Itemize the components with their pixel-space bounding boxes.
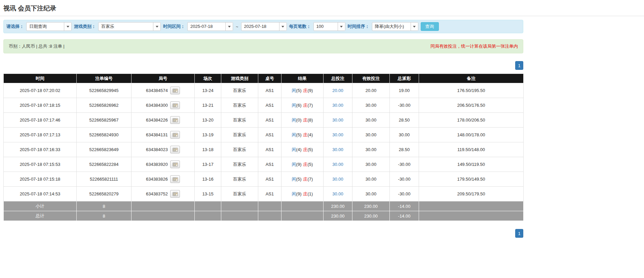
cell-note: 209.50/179.50 — [419, 187, 524, 201]
cell-valid-bet: 30.00 — [352, 157, 390, 172]
chevron-down-icon[interactable] — [153, 22, 160, 31]
result-banker-score: (1) — [308, 191, 313, 196]
subtotal-valid-bet: 230.00 — [352, 201, 390, 211]
cell-payout: -30.00 — [390, 187, 419, 201]
result-player-score: (5) — [296, 88, 302, 93]
total-bet-link[interactable]: 30.00 — [332, 147, 343, 152]
result-player: 闲 — [292, 118, 296, 123]
total-bet-link[interactable]: 30.00 — [332, 177, 343, 182]
summary-bar: 币别：人民币 | 总共 :8 注单 | 同局有效投注，统一计算在该局第一张注单内 — [3, 39, 523, 53]
view-round-video-button[interactable] — [170, 190, 180, 198]
pagination-top: 1 — [3, 61, 523, 70]
video-icon — [173, 103, 178, 107]
pagination-page-button[interactable]: 1 — [515, 61, 523, 70]
result-banker-score: (5) — [308, 162, 313, 167]
cell-payout: -30.00 — [390, 172, 419, 187]
cell-total-bet: 20.00 — [324, 83, 352, 98]
cell-result: 闲(9)庄(1) — [281, 187, 324, 201]
total-bet-link[interactable]: 30.00 — [332, 118, 343, 123]
view-round-video-button[interactable] — [170, 131, 180, 139]
time-sort-select[interactable]: 降幂(由大到小) — [372, 22, 418, 31]
cell-session: 13-20 — [195, 113, 221, 128]
date-from-picker[interactable]: 2025-07-18 — [187, 22, 233, 31]
view-round-video-button[interactable] — [170, 175, 180, 183]
view-round-video-button[interactable] — [170, 87, 180, 94]
col-header-bet-no: 注单编号 — [77, 74, 131, 83]
cell-payout: 30.00 — [390, 128, 419, 142]
col-header-payout: 总派彩 — [390, 74, 419, 83]
total-payout: -14.00 — [390, 211, 419, 221]
video-icon — [173, 133, 178, 137]
cell-note: 179.50/149.50 — [419, 172, 524, 187]
cell-bet-no: 522665823649 — [77, 142, 131, 157]
cell-game: 百家乐 — [221, 157, 258, 172]
result-banker-score: (5) — [308, 147, 313, 152]
date-query-label: 请选择： — [6, 24, 24, 30]
col-header-round-no: 局号 — [131, 74, 195, 83]
cell-table-no: AS1 — [258, 187, 281, 201]
game-type-select[interactable]: 百家乐 — [98, 22, 161, 31]
cell-time: 2025-07-18 07:17:46 — [4, 113, 77, 128]
view-round-video-button[interactable] — [170, 146, 180, 153]
result-banker-score: (9) — [308, 88, 313, 93]
cell-game: 百家乐 — [221, 98, 258, 113]
view-round-video-button[interactable] — [170, 101, 180, 109]
round-no-text: 634384023 — [146, 147, 168, 152]
result-player: 闲 — [292, 147, 296, 152]
total-bet-link[interactable]: 20.00 — [332, 88, 343, 93]
cell-payout: 28.50 — [390, 142, 419, 157]
cell-game: 百家乐 — [221, 142, 258, 157]
date-to-picker[interactable]: 2025-07-18 — [241, 22, 287, 31]
page-size-select[interactable]: 100 — [313, 22, 345, 31]
game-type-label: 游戏类别： — [74, 24, 96, 30]
time-sort-label: 时间排序： — [348, 24, 370, 30]
result-player-score: (5) — [296, 177, 302, 182]
round-no-text: 634383920 — [146, 162, 168, 167]
table-row: 2025-07-18 07:20:02 522665829945 6343845… — [4, 83, 524, 98]
chevron-down-icon[interactable] — [64, 22, 71, 31]
total-count: 8 — [77, 211, 131, 221]
query-button[interactable]: 查询 — [421, 22, 439, 31]
total-bet-link[interactable]: 30.00 — [332, 162, 343, 167]
table-row: 2025-07-18 07:18:15 522665826962 6343843… — [4, 98, 524, 113]
video-icon — [173, 148, 178, 152]
cell-game: 百家乐 — [221, 187, 258, 201]
total-total-bet: 230.00 — [324, 211, 352, 221]
chevron-down-icon[interactable] — [411, 22, 418, 31]
time-range-label: 时间区间： — [163, 24, 185, 30]
cell-round-no: 634384300 — [131, 98, 195, 113]
cell-payout: 19.00 — [390, 83, 419, 98]
total-bet-link[interactable]: 30.00 — [332, 132, 343, 137]
cell-round-no: 634384574 — [131, 83, 195, 98]
video-icon — [173, 89, 178, 93]
result-banker: 庄 — [303, 162, 308, 167]
total-label: 总计 — [4, 211, 77, 221]
cell-session: 13-24 — [195, 83, 221, 98]
view-round-video-button[interactable] — [170, 160, 180, 168]
result-player-score: (5) — [296, 132, 302, 137]
total-bet-link[interactable]: 30.00 — [332, 103, 343, 108]
result-player: 闲 — [292, 88, 296, 93]
game-type-value: 百家乐 — [99, 22, 153, 31]
table-row: 2025-07-18 07:17:46 522665825967 6343842… — [4, 113, 524, 128]
subtotal-label: 小计 — [4, 201, 77, 211]
cell-time: 2025-07-18 07:15:53 — [4, 157, 77, 172]
chevron-down-icon[interactable] — [225, 22, 233, 31]
records-table: 时间 注单编号 局号 场次 游戏类别 桌号 结果 总投注 有效投注 总派彩 备注… — [3, 74, 524, 221]
result-banker: 庄 — [303, 147, 308, 152]
cell-result: 闲(5)庄(9) — [281, 83, 324, 98]
cell-bet-no: 522665822284 — [77, 157, 131, 172]
date-query-select[interactable]: 日期查询 — [26, 22, 72, 31]
result-player: 闲 — [292, 191, 296, 196]
view-round-video-button[interactable] — [170, 116, 180, 124]
total-bet-link[interactable]: 30.00 — [332, 191, 343, 196]
page: 视讯 会员下注纪录 请选择： 日期查询 游戏类别： 百家乐 时间区间： 2025… — [0, 0, 644, 278]
chevron-down-icon[interactable] — [338, 22, 345, 31]
subtotal-count: 8 — [77, 201, 131, 211]
table-row: 2025-07-18 07:15:18 522665821111 6343838… — [4, 172, 524, 187]
result-banker: 庄 — [303, 118, 308, 123]
cell-result: 闲(6)庄(7) — [281, 98, 324, 113]
pagination-page-button[interactable]: 1 — [515, 229, 523, 238]
cell-valid-bet: 30.00 — [352, 113, 390, 128]
chevron-down-icon[interactable] — [279, 22, 287, 31]
